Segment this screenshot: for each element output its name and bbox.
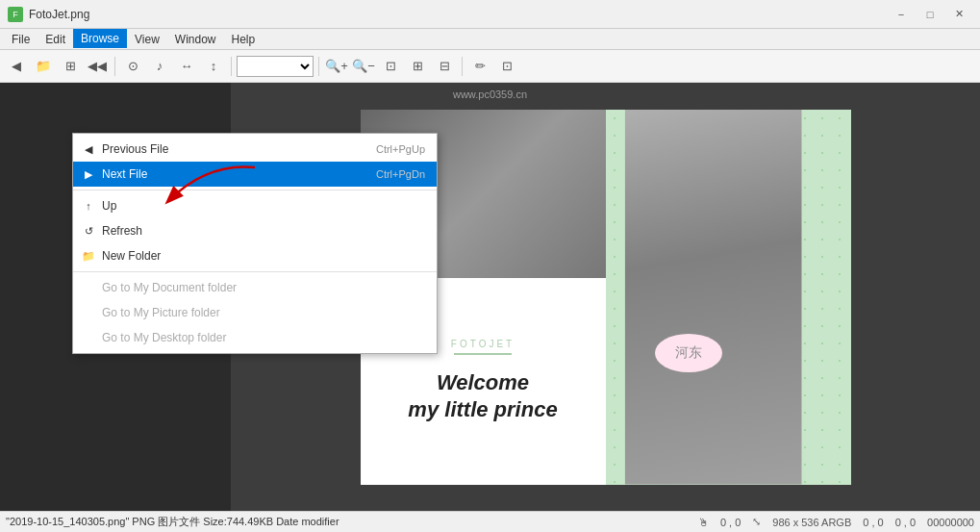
menu-browse[interactable]: Browse <box>73 29 127 49</box>
menu-bar: File Edit Browse View Window Help <box>0 29 980 50</box>
next-icon: ▶ <box>81 166 96 182</box>
folder-button[interactable]: 📁 <box>31 54 56 79</box>
window-title: FotoJet.png <box>29 8 89 21</box>
title-bar-left: F FotoJet.png <box>8 7 89 22</box>
menu-view[interactable]: View <box>127 29 167 49</box>
coord-3: 0 , 0 <box>863 517 883 528</box>
previous-label: Previous File <box>102 142 168 156</box>
hex-value: 00000000 <box>927 517 974 528</box>
menu-help[interactable]: Help <box>224 29 264 49</box>
sound-button[interactable]: ♪ <box>147 54 172 79</box>
next-label: Next File <box>102 167 147 181</box>
edit-tool[interactable]: ✏ <box>467 54 492 79</box>
menu-window[interactable]: Window <box>167 29 224 49</box>
girl-photo <box>606 110 802 485</box>
coord-1: 0 , 0 <box>720 517 741 528</box>
menu-item-next[interactable]: ▶ Next File Ctrl+PgDn <box>73 162 437 187</box>
menu-item-new-folder[interactable]: 📁 New Folder <box>73 243 437 268</box>
status-bar: "2019-10-15_140305.png" PNG 图片文件 Size:74… <box>0 511 980 532</box>
mouse-icon: 🖱 <box>698 517 709 528</box>
maximize-button[interactable]: □ <box>917 5 943 24</box>
separator-2 <box>231 57 232 76</box>
expand-icon: ⤡ <box>752 516 761 528</box>
zoom-in-button[interactable]: 🔍+ <box>324 54 349 79</box>
title-bar: F FotoJet.png − □ ✕ <box>0 0 980 29</box>
back-button[interactable]: ◀ <box>4 54 29 79</box>
app-icon: F <box>8 7 23 22</box>
zoom-out-button[interactable]: 🔍− <box>351 54 376 79</box>
coord-2: 986 x 536 ARGB <box>772 517 851 528</box>
zoom-dropdown[interactable] <box>237 56 314 77</box>
browse-dropdown-menu: ◀ Previous File Ctrl+PgUp ▶ Next File Ct… <box>72 133 438 354</box>
previous-shortcut: Ctrl+PgUp <box>376 143 425 155</box>
canvas-right-col: 河东 <box>606 110 851 485</box>
grid-button[interactable]: ⊟ <box>432 54 457 79</box>
fotojet-line <box>454 353 512 355</box>
prev-button[interactable]: ◀◀ <box>85 54 110 79</box>
folder-icon: 📁 <box>81 248 96 264</box>
welcome-text: Welcomemy little prince <box>408 369 557 424</box>
status-coords: 🖱 0 , 0 ⤡ 986 x 536 ARGB 0 , 0 0 , 0 000… <box>698 516 974 528</box>
toolbar: ◀ 📁 ⊞ ◀◀ ⊙ ♪ ↔ ↕ 🔍+ 🔍− ⊡ ⊞ ⊟ ✏ ⊡ <box>0 50 980 83</box>
previous-icon: ◀ <box>81 141 96 157</box>
mirror-v[interactable]: ↕ <box>201 54 226 79</box>
up-label: Up <box>102 199 116 213</box>
share-button[interactable]: ⊡ <box>494 54 519 79</box>
my-pic-label: Go to My Picture folder <box>102 306 220 319</box>
fotojet-label: FOTOJET <box>451 339 515 349</box>
mirror-h[interactable]: ↔ <box>174 54 199 79</box>
menu-item-previous[interactable]: ◀ Previous File Ctrl+PgUp <box>73 137 437 162</box>
menu-item-my-desktop[interactable]: Go to My Desktop folder <box>73 325 437 350</box>
chinese-text-bubble: 河东 <box>655 334 722 372</box>
menu-item-my-pic[interactable]: Go to My Picture folder <box>73 300 437 325</box>
watermark-text: www.pc0359.cn <box>453 89 527 100</box>
close-button[interactable]: ✕ <box>945 5 972 24</box>
refresh-label: Refresh <box>102 224 142 238</box>
menu-edit[interactable]: Edit <box>38 29 73 49</box>
my-doc-label: Go to My Document folder <box>102 281 237 294</box>
coord-4: 0 , 0 <box>895 517 916 528</box>
minimize-button[interactable]: − <box>888 5 915 24</box>
menu-item-up[interactable]: ↑ Up <box>73 193 437 218</box>
refresh-icon: ↺ <box>81 223 96 239</box>
new-folder-label: New Folder <box>102 249 161 263</box>
status-file-info: "2019-10-15_140305.png" PNG 图片文件 Size:74… <box>6 515 691 529</box>
sep-2 <box>73 271 437 272</box>
actual-size-button[interactable]: ⊞ <box>405 54 430 79</box>
zoom-in-area[interactable]: ⊙ <box>120 54 145 79</box>
separator-3 <box>318 57 319 76</box>
menu-item-refresh[interactable]: ↺ Refresh <box>73 218 437 243</box>
main-area: www.pc0359.cn FOTOJET Welcomemy little p… <box>0 83 980 511</box>
separator-4 <box>462 57 463 76</box>
menu-item-my-doc[interactable]: Go to My Document folder <box>73 275 437 300</box>
my-desktop-label: Go to My Desktop folder <box>102 331 226 344</box>
up-icon: ↑ <box>81 198 96 214</box>
window-controls: − □ ✕ <box>888 5 972 24</box>
next-shortcut: Ctrl+PgDn <box>376 168 425 180</box>
nav-button[interactable]: ⊞ <box>58 54 83 79</box>
fit-button[interactable]: ⊡ <box>378 54 403 79</box>
separator-1 <box>114 57 115 76</box>
sep-1 <box>73 190 437 190</box>
menu-file[interactable]: File <box>4 29 38 49</box>
